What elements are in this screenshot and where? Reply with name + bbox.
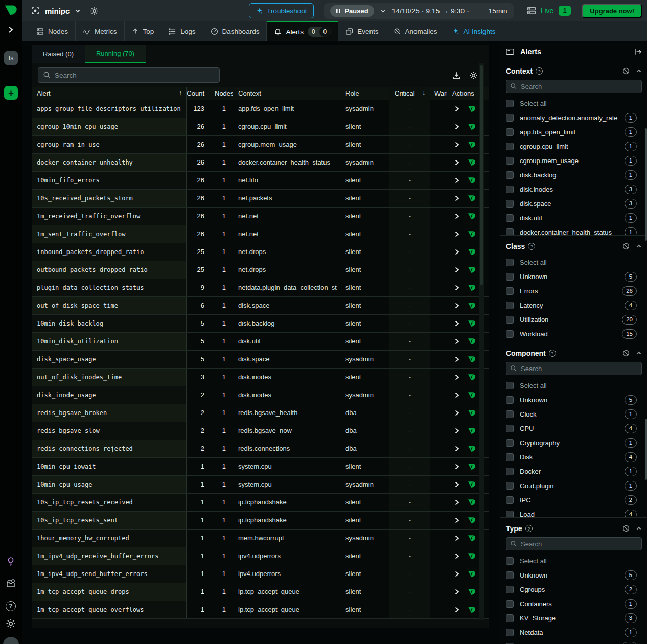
checkbox[interactable] (506, 157, 514, 165)
table-row[interactable]: inbound_packets_dropped_ratio251net.drop… (32, 243, 489, 261)
netdata-action-icon[interactable] (468, 195, 476, 202)
header-alert[interactable]: Alert↑ (32, 87, 187, 100)
filter-item[interactable]: Netdata1 (506, 625, 642, 639)
header-role[interactable]: Role (340, 87, 389, 100)
netdata-action-icon[interactable] (468, 392, 476, 399)
expand-row-chevron-icon[interactable] (454, 124, 459, 130)
expand-row-chevron-icon[interactable] (454, 285, 459, 291)
filter-item[interactable]: Docker1 (506, 464, 642, 478)
expand-row-chevron-icon[interactable] (454, 195, 459, 201)
checkbox[interactable] (506, 557, 514, 565)
table-row[interactable]: 10min_cpu_iowait11system.cpusilent- (32, 458, 489, 476)
chevron-up-icon[interactable] (636, 243, 642, 249)
netdata-action-icon[interactable] (468, 159, 476, 167)
checkbox[interactable] (506, 425, 514, 432)
checkbox[interactable] (506, 100, 514, 107)
filter-item[interactable]: disk.space3 (506, 196, 642, 211)
table-row[interactable]: disk_space_usage51disk.spacesysadmin- (32, 351, 489, 369)
checkbox[interactable] (506, 396, 514, 404)
checkbox[interactable] (506, 614, 514, 622)
filter-item[interactable]: anomaly_detection.anomaly_rate1 (506, 110, 642, 125)
netdata-action-icon[interactable] (468, 481, 476, 489)
expand-row-chevron-icon[interactable] (454, 517, 459, 523)
table-row[interactable]: 1m_tcp_accept_queue_drops11ip.tcp_accept… (32, 583, 489, 601)
checkbox[interactable] (506, 228, 514, 236)
table-row[interactable]: apps_group_file_descriptors_utilization1… (32, 100, 489, 118)
expand-row-chevron-icon[interactable] (454, 249, 459, 255)
expand-row-chevron-icon[interactable] (454, 535, 459, 541)
list-scrollbar[interactable] (645, 419, 647, 480)
filter-item[interactable]: app.fds_open_limit1 (506, 125, 642, 139)
expand-row-chevron-icon[interactable] (454, 177, 459, 183)
chevron-up-icon[interactable] (636, 350, 642, 356)
checkbox[interactable] (506, 600, 514, 608)
checkbox[interactable] (506, 273, 514, 281)
expand-row-chevron-icon[interactable] (454, 553, 459, 559)
filter-item[interactable]: disk.inodes3 (506, 182, 642, 196)
expand-row-chevron-icon[interactable] (454, 320, 459, 327)
table-row[interactable]: 10min_fifo_errors261net.fifosilent- (32, 172, 489, 190)
expand-rail-icon[interactable] (7, 26, 15, 34)
filter-item[interactable]: Disk4 (506, 450, 642, 464)
table-row[interactable]: cgroup_ram_in_use261cgroup.mem_usagesile… (32, 136, 489, 154)
filter-item[interactable]: Unknown5 (506, 568, 642, 582)
expand-row-chevron-icon[interactable] (454, 267, 459, 273)
netdata-action-icon[interactable] (468, 445, 476, 453)
checkbox[interactable] (506, 453, 514, 461)
table-row[interactable]: 10s_ip_tcp_resets_received11ip.tcphandsh… (32, 494, 489, 512)
feedback-inbox-icon[interactable] (6, 579, 16, 589)
upgrade-button[interactable]: Upgrade now! (582, 4, 642, 18)
table-row[interactable]: redis_bgsave_slow21redis.bgsave_nowdba- (32, 422, 489, 440)
clear-filter-icon[interactable] (622, 67, 630, 75)
header-warn[interactable]: Warn (430, 87, 447, 100)
expand-row-chevron-icon[interactable] (454, 392, 459, 398)
filter-item[interactable]: cgroup.cpu_limit1 (506, 139, 642, 153)
filter-item[interactable]: Clock1 (506, 407, 642, 421)
table-row[interactable]: 1hour_memory_hw_corrupted11mem.hwcorrupt… (32, 530, 489, 547)
checkbox[interactable] (506, 439, 514, 447)
help-circle-icon[interactable]: ? (525, 525, 533, 532)
filter-item[interactable]: Select all (506, 378, 642, 393)
filter-item[interactable]: Load4 (506, 507, 642, 517)
table-row[interactable]: 1m_received_traffic_overflow261net.netsi… (32, 208, 489, 225)
context-search-input[interactable] (506, 80, 642, 93)
header-context[interactable]: Context (233, 87, 340, 100)
filter-item[interactable]: CPU4 (506, 421, 642, 435)
checkbox[interactable] (506, 468, 514, 475)
checkbox[interactable] (506, 128, 514, 136)
vertical-scrollbar[interactable] (479, 63, 484, 620)
context-search[interactable] (506, 80, 642, 93)
expand-row-chevron-icon[interactable] (454, 481, 459, 488)
expand-row-chevron-icon[interactable] (454, 589, 459, 595)
help-circle-icon[interactable]: ? (528, 243, 535, 250)
table-row[interactable]: 10s_ip_tcp_resets_sent11ip.tcphandshakes… (32, 512, 489, 530)
filter-item[interactable]: KV_Storage3 (506, 611, 642, 625)
add-space-button[interactable]: + (4, 86, 18, 100)
filter-item[interactable]: Unknown5 (506, 393, 642, 407)
clear-filter-icon[interactable] (622, 243, 630, 250)
component-search[interactable] (506, 362, 642, 375)
expand-row-chevron-icon[interactable] (454, 464, 459, 470)
filter-item[interactable]: Go.d.plugin1 (506, 478, 642, 493)
sort-asc-icon[interactable]: ↑ (179, 87, 182, 100)
checkbox[interactable] (506, 186, 514, 193)
expand-row-chevron-icon[interactable] (454, 142, 459, 148)
filter-item[interactable]: Utilization20 (506, 312, 642, 327)
space-badge[interactable]: Is (4, 51, 18, 65)
checkbox[interactable] (506, 171, 514, 179)
filter-item[interactable]: Latency4 (506, 298, 642, 312)
tab-top[interactable]: Top (125, 21, 162, 41)
filter-item[interactable]: Select all (506, 96, 642, 110)
netdata-action-icon[interactable] (468, 374, 476, 381)
expand-row-chevron-icon[interactable] (454, 428, 459, 434)
table-row[interactable]: outbound_packets_dropped_ratio251net.dro… (32, 261, 489, 279)
netdata-action-icon[interactable] (468, 105, 476, 113)
lightbulb-icon[interactable] (6, 556, 16, 566)
clear-filter-icon[interactable] (622, 525, 630, 532)
filter-item[interactable]: Unknown5 (506, 269, 642, 284)
checkbox[interactable] (506, 511, 514, 518)
live-label[interactable]: Live (541, 7, 554, 15)
netdata-action-icon[interactable] (468, 409, 476, 417)
filter-item[interactable]: Containers1 (506, 596, 642, 611)
netdata-action-icon[interactable] (468, 123, 476, 131)
